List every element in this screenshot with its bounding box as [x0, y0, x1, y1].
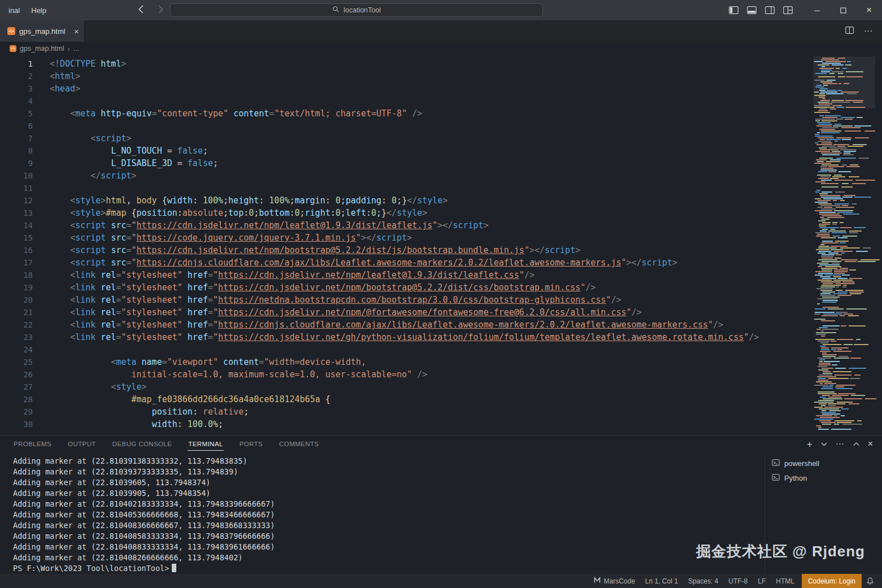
line-number: 28: [0, 393, 33, 406]
statusbar-eol[interactable]: LF: [753, 574, 771, 588]
code-line[interactable]: width: 100.0%;: [50, 418, 806, 430]
statusbar: MarsCode Ln 1, Col 1 Spaces: 4 UTF-8 LF …: [0, 574, 882, 588]
panel-header: PROBLEMSOUTPUTDEBUG CONSOLETERMINALPORTS…: [0, 435, 882, 452]
panel-tab-debug-console[interactable]: DEBUG CONSOLE: [112, 436, 173, 452]
line-number: 10: [0, 169, 33, 182]
breadcrumb-more[interactable]: ...: [73, 45, 79, 53]
code-line[interactable]: L_NO_TOUCH = false;: [50, 145, 806, 157]
editor-tabbar: <> gps_map.html × ⋯: [0, 20, 882, 42]
code-line[interactable]: <meta http-equiv="content-type" content=…: [50, 107, 806, 120]
statusbar-encoding[interactable]: UTF-8: [723, 574, 753, 588]
line-number: 7: [0, 132, 33, 145]
line-number: 27: [0, 381, 33, 393]
line-number: 11: [0, 182, 33, 194]
code-line[interactable]: L_DISABLE_3D = false;: [50, 157, 806, 169]
maximize-icon[interactable]: [830, 0, 856, 20]
toggle-panel-icon[interactable]: [747, 6, 757, 14]
toggle-sidebar-right-icon[interactable]: [765, 6, 775, 14]
terminal-line: Adding marker at (22.810393733333335, 11…: [13, 467, 762, 477]
close-icon[interactable]: ×: [856, 0, 882, 20]
code-line[interactable]: [50, 120, 806, 132]
split-editor-icon[interactable]: [845, 26, 854, 36]
minimize-icon[interactable]: ─: [804, 0, 830, 20]
more-actions-icon[interactable]: ⋯: [836, 439, 845, 449]
code-line[interactable]: position: relative;: [50, 406, 806, 418]
terminal-line: Adding marker at (22.810405366666668, 11…: [13, 509, 762, 520]
code-line[interactable]: <style>html, body {width: 100%;height: 1…: [50, 194, 806, 207]
tab-gps-map-html[interactable]: <> gps_map.html ×: [0, 20, 85, 42]
panel-tab-problems[interactable]: PROBLEMS: [13, 436, 52, 452]
code-area[interactable]: <!DOCTYPE html><html><head> <meta http-e…: [50, 58, 806, 430]
forward-icon[interactable]: [155, 5, 165, 16]
editor[interactable]: 1234567891011121314151617181920212223242…: [0, 55, 882, 435]
panel-tab-ports[interactable]: PORTS: [239, 436, 263, 452]
marscode-icon: [594, 577, 601, 585]
terminal-prompt[interactable]: PS F:\Work\2023 Tool\locationTool>: [13, 563, 762, 574]
line-number: 12: [0, 194, 33, 207]
menu-help[interactable]: Help: [26, 4, 51, 17]
code-line[interactable]: <script src="https://cdn.jsdelivr.net/np…: [50, 219, 806, 232]
code-line[interactable]: [50, 343, 806, 356]
code-line[interactable]: <link rel="stylesheet" href="https://cdn…: [50, 269, 806, 281]
code-line[interactable]: <head>: [50, 82, 806, 95]
panel-tab-comments[interactable]: COMMENTS: [279, 436, 319, 452]
panel-tab-terminal[interactable]: TERMINAL: [188, 436, 223, 452]
terminal-line: Adding marker at (22.81039905, 113.79483…: [13, 488, 762, 499]
panel-tab-output[interactable]: OUTPUT: [67, 436, 97, 452]
close-panel-icon[interactable]: ×: [868, 439, 873, 449]
terminal-line: Adding marker at (22.81039605, 113.79483…: [13, 477, 762, 488]
statusbar-marscode[interactable]: MarsCode: [589, 574, 640, 588]
line-number: 24: [0, 343, 33, 356]
code-line[interactable]: <script src="https://code.jquery.com/jqu…: [50, 232, 806, 244]
terminal-session-python[interactable]: Python: [765, 471, 882, 485]
code-line[interactable]: <style>#map {position:absolute;top:0;bot…: [50, 207, 806, 219]
code-line[interactable]: <link rel="stylesheet" href="https://net…: [50, 294, 806, 306]
line-number: 5: [0, 107, 33, 120]
line-numbers: 1234567891011121314151617181920212223242…: [0, 58, 33, 430]
code-line[interactable]: [50, 95, 806, 107]
notifications-bell-icon[interactable]: [862, 574, 879, 588]
maximize-panel-icon[interactable]: [853, 442, 859, 446]
minimap[interactable]: [814, 55, 874, 435]
terminal-output[interactable]: Adding marker at (22.810391383333332, 11…: [13, 456, 762, 574]
back-icon[interactable]: [137, 5, 146, 16]
terminal-line: Adding marker at (22.810408833333334, 11…: [13, 542, 762, 552]
code-line[interactable]: initial-scale=1.0, maximum-scale=1.0, us…: [50, 368, 806, 381]
code-line[interactable]: [50, 182, 806, 194]
breadcrumb[interactable]: <> gps_map.html › ...: [0, 42, 882, 55]
code-line[interactable]: <script src="https://cdn.jsdelivr.net/np…: [50, 244, 806, 256]
command-center-search[interactable]: locationTool: [170, 3, 543, 17]
customize-layout-icon[interactable]: [783, 6, 793, 14]
statusbar-cursor-position[interactable]: Ln 1, Col 1: [640, 574, 683, 588]
new-terminal-icon[interactable]: +: [807, 439, 813, 449]
statusbar-indentation[interactable]: Spaces: 4: [683, 574, 723, 588]
code-line[interactable]: <script>: [50, 132, 806, 145]
line-number: 14: [0, 219, 33, 232]
code-line[interactable]: #map_fe03866dd266dc36a4a0ce618124b65a {: [50, 393, 806, 406]
code-line[interactable]: <!DOCTYPE html>: [50, 58, 806, 70]
statusbar-language[interactable]: HTML: [771, 574, 800, 588]
code-line[interactable]: <script src="https://cdnjs.cloudflare.co…: [50, 256, 806, 269]
tab-close-icon[interactable]: ×: [74, 27, 79, 36]
terminal-session-powershell[interactable]: powershell: [765, 456, 882, 471]
code-line[interactable]: <meta name="viewport" content="width=dev…: [50, 356, 806, 368]
statusbar-codeium-login[interactable]: Codeium: Login: [802, 574, 862, 588]
terminal-line: Adding marker at (22.810391383333332, 11…: [13, 456, 762, 467]
code-line[interactable]: <html>: [50, 70, 806, 82]
titlebar: inal Help locationTool ─ ×: [0, 0, 882, 20]
more-actions-icon[interactable]: ⋯: [864, 26, 873, 36]
line-number: 29: [0, 406, 33, 418]
terminal-dropdown-icon[interactable]: [821, 442, 827, 446]
panel-tabs: PROBLEMSOUTPUTDEBUG CONSOLETERMINALPORTS…: [0, 436, 319, 452]
code-line[interactable]: <style>: [50, 381, 806, 393]
menu-terminal[interactable]: inal: [3, 4, 25, 17]
code-line[interactable]: <link rel="stylesheet" href="https://cdn…: [50, 281, 806, 294]
panel-actions: + ⋯ ×: [807, 439, 882, 449]
breadcrumb-file[interactable]: gps_map.html: [20, 45, 64, 53]
code-line[interactable]: <link rel="stylesheet" href="https://cdn…: [50, 331, 806, 343]
line-number: 25: [0, 356, 33, 368]
code-line[interactable]: </script>: [50, 169, 806, 182]
code-line[interactable]: <link rel="stylesheet" href="https://cdn…: [50, 306, 806, 319]
code-line[interactable]: <link rel="stylesheet" href="https://cdn…: [50, 319, 806, 331]
toggle-sidebar-left-icon[interactable]: [729, 6, 738, 14]
